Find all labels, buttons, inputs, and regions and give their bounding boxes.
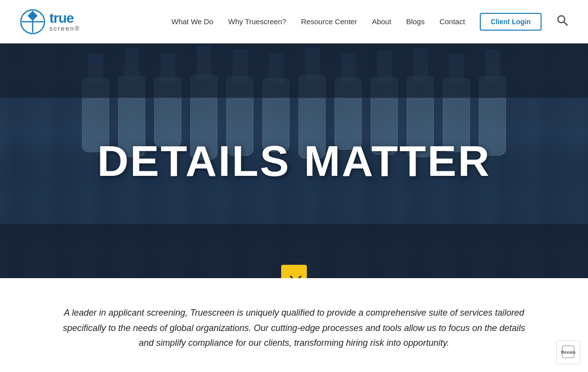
main-nav: What We Do Why Truescreen? Resource Cent… [171,13,568,31]
revain-badge[interactable]: Revain [556,340,580,364]
logo-brand: true [49,11,81,25]
hero-title: DETAILS MATTER [97,136,491,186]
logo-text: true screen® [49,11,81,32]
logo-icon [20,9,45,35]
client-login-button[interactable]: Client Login [480,13,542,31]
search-icon[interactable] [556,14,568,29]
nav-what-we-do[interactable]: What We Do [171,17,213,26]
logo[interactable]: true screen® [20,9,81,35]
site-header: true screen® What We Do Why Truescreen? … [0,0,588,43]
scroll-down-button[interactable] [281,265,307,278]
intro-section: A leader in applicant screening, Truescr… [0,278,588,371]
nav-about[interactable]: About [372,17,391,26]
logo-sub: screen® [49,25,81,32]
svg-text:Revain: Revain [561,350,575,355]
nav-contact[interactable]: Contact [439,17,465,26]
svg-line-4 [564,22,568,25]
intro-text: A leader in applicant screening, Truescr… [59,305,529,351]
hero-content: DETAILS MATTER [97,136,491,186]
nav-resource-center[interactable]: Resource Center [301,17,357,26]
nav-blogs[interactable]: Blogs [406,17,425,26]
hero-section: DETAILS MATTER [0,43,588,278]
nav-why-truescreen[interactable]: Why Truescreen? [228,17,287,26]
revain-label: Revain [561,345,575,360]
